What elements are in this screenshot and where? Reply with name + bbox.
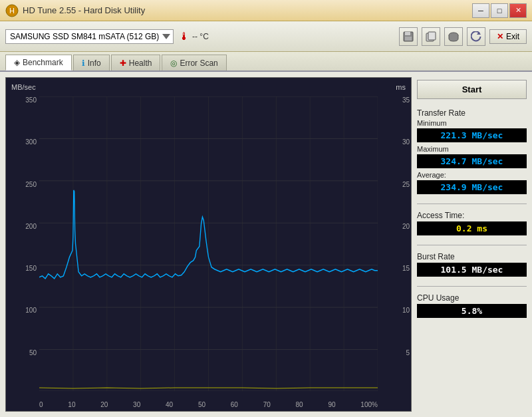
errorscan-tab-icon: ◎	[170, 59, 177, 68]
x-80: 80	[296, 401, 303, 408]
window-controls: ─ □ ✕	[472, 3, 527, 18]
y-right-30: 30	[402, 138, 410, 146]
transfer-rate-label: Transfer Rate	[417, 108, 527, 118]
x-10: 10	[68, 401, 75, 408]
divider-3	[417, 286, 527, 287]
chart-area: MB/sec ms 350 300 250 200 150 100 50 35 …	[5, 77, 412, 412]
y-right-35: 35	[402, 96, 410, 104]
copy-icon-btn[interactable]	[422, 27, 440, 46]
svg-rect-3	[405, 32, 410, 35]
burst-rate-value: 101.5 MB/sec	[417, 263, 527, 277]
x-70: 70	[263, 401, 271, 408]
average-value: 234.9 MB/sec	[417, 180, 527, 194]
tab-health[interactable]: ✚ Health	[111, 55, 161, 70]
svg-text:H: H	[9, 7, 15, 15]
cpu-usage-value: 5.8%	[417, 304, 527, 318]
tabs-bar: ◈ Benchmark ℹ Info ✚ Health ◎ Error Scan	[0, 52, 532, 72]
y-left-50: 50	[29, 349, 37, 356]
tab-info[interactable]: ℹ Info	[73, 55, 110, 70]
health-tab-label: Health	[129, 59, 152, 68]
save-icon-btn[interactable]	[399, 27, 418, 46]
tab-errorscan[interactable]: ◎ Error Scan	[162, 55, 226, 70]
title-bar-left: H HD Tune 2.55 - Hard Disk Utility	[5, 4, 145, 17]
y-left-350: 350	[25, 96, 37, 104]
title-bar: H HD Tune 2.55 - Hard Disk Utility ─ □ ✕	[0, 0, 532, 21]
divider-1	[417, 204, 527, 204]
burst-rate-label: Burst Rate	[417, 252, 527, 261]
x-50: 50	[198, 401, 205, 408]
chart-ylabel-left: MB/sec	[11, 83, 36, 91]
toolbar-icons: ✕ Start Exit	[399, 27, 527, 46]
svg-rect-4	[405, 37, 412, 41]
maximum-value: 324.7 MB/sec	[417, 154, 527, 168]
divider-2	[417, 245, 527, 245]
cpu-usage-section: CPU Usage 5.8%	[417, 293, 527, 318]
info-tab-icon: ℹ	[82, 59, 85, 68]
x-40: 40	[166, 401, 173, 408]
svg-rect-6	[428, 32, 436, 40]
y-left-300: 300	[25, 138, 37, 146]
toolbar: SAMSUNG SSD SM841 mSATA (512 GB) 🌡 -- °C…	[0, 21, 532, 52]
x-60: 60	[231, 401, 238, 408]
x-100: 100%	[360, 401, 378, 408]
y-right-5: 5	[406, 349, 410, 356]
burst-rate-section: Burst Rate 101.5 MB/sec	[417, 252, 527, 277]
exit-button[interactable]: ✕ Start Exit	[489, 29, 527, 44]
x-30: 30	[133, 401, 140, 408]
right-axis: 35 30 25 20 15 10 5	[402, 96, 410, 391]
chart-ylabel-right: ms	[396, 83, 406, 91]
x-90: 90	[328, 401, 335, 408]
y-left-100: 100	[25, 307, 37, 314]
transfer-rate-section: Transfer Rate Minimum 221.3 MB/sec Maxim…	[417, 108, 527, 194]
temp-display: 🌡 -- °C	[179, 31, 209, 43]
access-time-value: 0.2 ms	[417, 221, 527, 235]
x-0: 0	[39, 401, 43, 408]
info-tab-label: Info	[88, 59, 101, 68]
maximize-button[interactable]: □	[491, 3, 508, 18]
average-label: Average:	[417, 171, 527, 179]
temp-value: -- °C	[192, 32, 209, 41]
disk-select-container: SAMSUNG SSD SM841 mSATA (512 GB)	[5, 29, 174, 44]
y-left-250: 250	[25, 181, 37, 188]
refresh-icon-btn[interactable]	[467, 27, 485, 46]
exit-x: ✕	[497, 32, 503, 41]
y-right-20: 20	[402, 223, 410, 230]
minimum-value: 221.3 MB/sec	[417, 128, 527, 142]
main-content: MB/sec ms 350 300 250 200 150 100 50 35 …	[0, 72, 532, 417]
y-right-15: 15	[402, 265, 410, 272]
thermometer-icon: 🌡	[179, 31, 190, 43]
minimum-label: Minimum	[417, 119, 527, 127]
tab-benchmark[interactable]: ◈ Benchmark	[5, 55, 72, 70]
x-20: 20	[100, 401, 108, 408]
access-time-section: Access Time: 0.2 ms	[417, 211, 527, 235]
left-axis: 350 300 250 200 150 100 50	[7, 96, 37, 391]
benchmark-tab-icon: ◈	[14, 58, 20, 67]
window-title: HD Tune 2.55 - Hard Disk Utility	[23, 5, 145, 15]
y-right-25: 25	[402, 181, 410, 188]
benchmark-tab-label: Benchmark	[23, 58, 63, 67]
y-right-10: 10	[402, 307, 410, 314]
y-left-200: 200	[25, 223, 37, 230]
health-tab-icon: ✚	[120, 59, 126, 68]
y-left-150: 150	[25, 265, 37, 272]
start-button[interactable]: Start	[417, 80, 527, 99]
minimize-button[interactable]: ─	[472, 3, 489, 18]
cpu-usage-label: CPU Usage	[417, 293, 527, 303]
close-button[interactable]: ✕	[509, 3, 527, 18]
disk-select[interactable]: SAMSUNG SSD SM841 mSATA (512 GB)	[5, 29, 174, 44]
chart-svg-container	[39, 96, 378, 391]
benchmark-chart	[39, 96, 378, 391]
maximum-label: Maximum	[417, 145, 527, 153]
bottom-axis: 0 10 20 30 40 50 60 70 80 90 100%	[39, 401, 378, 408]
right-panel: Start Transfer Rate Minimum 221.3 MB/sec…	[417, 77, 527, 412]
errorscan-tab-label: Error Scan	[180, 59, 217, 68]
exit-text: Exit	[506, 32, 519, 41]
access-time-label: Access Time:	[417, 211, 527, 220]
app-icon: H	[5, 4, 19, 17]
disk-icon-btn[interactable]	[444, 27, 463, 46]
